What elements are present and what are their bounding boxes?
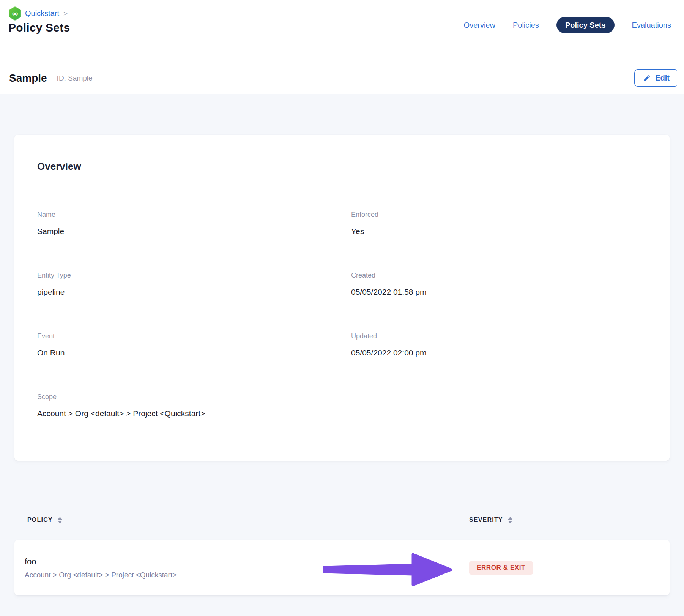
- overview-card-title: Overview: [37, 161, 81, 172]
- field-label: Enforced: [351, 211, 645, 219]
- field-value: Account > Org <default> > Project <Quick…: [37, 409, 325, 418]
- field-value: On Run: [37, 348, 325, 357]
- module-nav: Overview Policies Policy Sets Evaluation…: [464, 17, 671, 33]
- field-name: Name Sample: [37, 211, 325, 251]
- field-value: Sample: [37, 227, 325, 236]
- tab-policy-sets[interactable]: Policy Sets: [556, 17, 615, 33]
- tab-evaluations[interactable]: Evaluations: [632, 21, 671, 30]
- edit-button-label: Edit: [655, 74, 670, 82]
- field-updated: Updated 05/05/2022 02:00 pm: [351, 332, 645, 373]
- column-header-policy-label: POLICY: [27, 516, 53, 523]
- field-label: Name: [37, 211, 325, 219]
- field-created: Created 05/05/2022 01:58 pm: [351, 272, 645, 312]
- sort-arrows-icon[interactable]: [58, 517, 62, 523]
- field-event: Event On Run: [37, 332, 325, 373]
- sort-arrows-icon[interactable]: [508, 517, 512, 523]
- edit-button[interactable]: Edit: [634, 69, 678, 87]
- pencil-icon: [643, 74, 651, 82]
- project-infinity-hexagon-icon: ∞: [8, 6, 22, 21]
- severity-badge: ERROR & EXIT: [469, 561, 533, 575]
- tab-overview[interactable]: Overview: [464, 21, 495, 30]
- breadcrumb: ∞ Quickstart >: [8, 6, 68, 21]
- field-entity-type: Entity Type pipeline: [37, 272, 325, 312]
- field-label: Scope: [37, 393, 325, 401]
- policy-table-row[interactable]: foo Account > Org <default> > Project <Q…: [14, 540, 670, 595]
- column-header-severity[interactable]: SEVERITY: [469, 516, 512, 523]
- top-header-bar: ∞ Quickstart > Policy Sets Overview Poli…: [0, 0, 684, 46]
- overview-fields: Name Sample Entity Type pipeline Event O…: [37, 211, 645, 453]
- field-value: pipeline: [37, 287, 325, 297]
- field-label: Entity Type: [37, 272, 325, 280]
- column-header-severity-label: SEVERITY: [469, 516, 503, 523]
- field-value: 05/05/2022 02:00 pm: [351, 348, 645, 357]
- field-value: Yes: [351, 227, 645, 236]
- policy-table-header: POLICY SEVERITY: [14, 516, 670, 523]
- breadcrumb-project-link[interactable]: Quickstart: [25, 9, 59, 18]
- entity-header-bar: Sample ID: Sample Edit: [0, 46, 684, 94]
- policy-name: foo: [25, 557, 455, 567]
- policy-set-id: ID: Sample: [57, 74, 93, 82]
- page-title: Policy Sets: [8, 21, 70, 34]
- tab-policies[interactable]: Policies: [513, 21, 539, 30]
- field-value: 05/05/2022 01:58 pm: [351, 287, 645, 297]
- field-label: Updated: [351, 332, 645, 340]
- field-label: Created: [351, 272, 645, 280]
- main-content: Overview Name Sample Entity Type pipelin…: [0, 94, 684, 616]
- policy-scope: Account > Org <default> > Project <Quick…: [25, 571, 455, 579]
- overview-fields-right: Enforced Yes Created 05/05/2022 01:58 pm…: [351, 211, 645, 453]
- policy-set-title: Sample: [9, 72, 47, 84]
- field-enforced: Enforced Yes: [351, 211, 645, 251]
- field-label: Event: [37, 332, 325, 340]
- overview-fields-left: Name Sample Entity Type pipeline Event O…: [37, 211, 325, 453]
- overview-card: Overview Name Sample Entity Type pipelin…: [14, 135, 670, 461]
- column-header-policy[interactable]: POLICY: [27, 516, 62, 523]
- chevron-right-icon: >: [63, 9, 68, 18]
- field-scope: Scope Account > Org <default> > Project …: [37, 393, 325, 433]
